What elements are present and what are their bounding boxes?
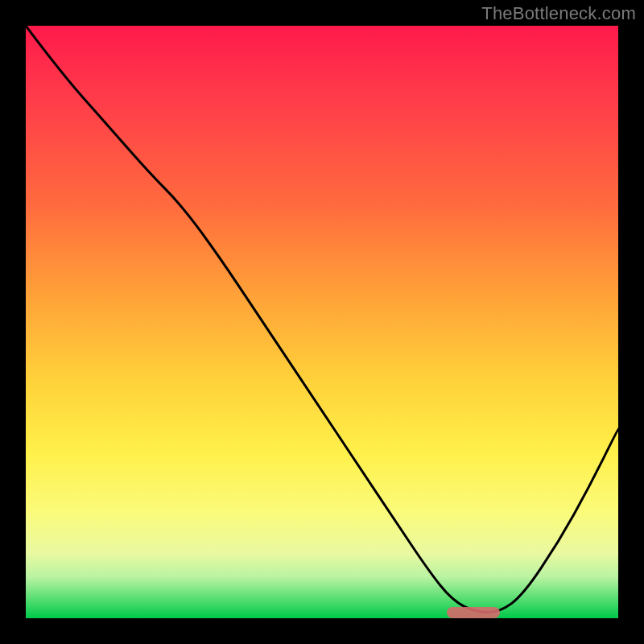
chart-frame: TheBottleneck.com [0, 0, 644, 644]
plot-area [26, 26, 618, 618]
bottleneck-curve [26, 26, 618, 618]
optimum-band-marker [447, 607, 500, 618]
watermark-text: TheBottleneck.com [481, 3, 636, 24]
